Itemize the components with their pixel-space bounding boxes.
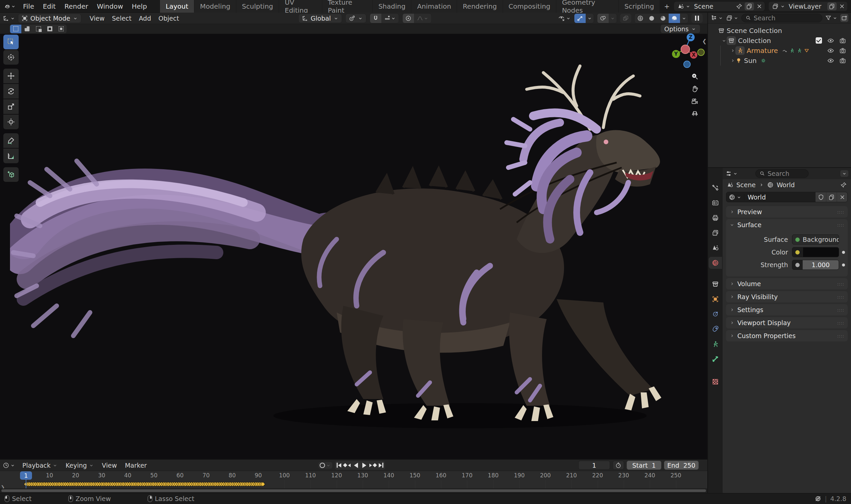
sidebar-collapse-arrow[interactable]: ❮ xyxy=(702,38,707,44)
scene-browse-icon[interactable] xyxy=(676,3,692,10)
tool-annotate[interactable] xyxy=(3,133,19,148)
menu-help[interactable]: Help xyxy=(127,1,151,12)
pause-render-button[interactable] xyxy=(691,14,703,23)
timeline-ruler-area[interactable]: 1020304050607080901001101201301401501601… xyxy=(0,471,707,489)
toggle-eye-icon[interactable] xyxy=(827,37,834,44)
use-preview-range-button[interactable] xyxy=(613,461,624,470)
pin-scene-icon[interactable] xyxy=(736,3,743,10)
tab-object-data[interactable] xyxy=(709,338,722,350)
scene-name[interactable]: Scene xyxy=(694,3,734,10)
snap-target-selector[interactable] xyxy=(381,14,399,23)
outliner-label[interactable]: Sun xyxy=(744,57,757,65)
toggle-camera-icon[interactable] xyxy=(839,57,846,64)
workspace-tab-shading[interactable]: Shading xyxy=(373,0,411,13)
add-workspace-button[interactable]: + xyxy=(660,0,674,13)
editor-type-button[interactable] xyxy=(3,15,15,22)
select-mode-set[interactable] xyxy=(10,25,21,33)
outliner-row-armature[interactable]: Armature xyxy=(709,46,850,56)
panel-header-preview[interactable]: Preview:::: xyxy=(726,206,848,217)
gizmo-axis-z[interactable]: Z xyxy=(687,33,695,41)
breadcrumb-scene[interactable]: Scene xyxy=(736,181,756,188)
outliner-filter-button[interactable] xyxy=(825,15,838,21)
viewport-menu-object[interactable]: Object xyxy=(155,14,183,23)
play-button[interactable] xyxy=(360,461,368,470)
workspace-tab-uv-editing[interactable]: UV Editing xyxy=(279,0,322,13)
scene-selector[interactable]: Scene xyxy=(674,1,765,11)
shading-material-button[interactable] xyxy=(657,14,668,23)
transform-orientation-selector[interactable]: Global xyxy=(298,14,342,23)
tool-cursor[interactable] xyxy=(3,50,19,65)
new-world-button[interactable] xyxy=(826,192,837,202)
tab-physics[interactable] xyxy=(709,308,722,320)
tool-transform[interactable] xyxy=(3,114,19,129)
properties-editor-type-button[interactable] xyxy=(725,170,738,177)
play-reverse-button[interactable] xyxy=(352,461,360,470)
tool-measure[interactable] xyxy=(3,148,19,163)
workspace-tab-texture-paint[interactable]: Texture Paint xyxy=(322,0,373,13)
tool-add-cube[interactable] xyxy=(3,167,19,182)
panel-drag-grip[interactable]: :::: xyxy=(837,334,844,339)
panel-drag-grip[interactable]: :::: xyxy=(837,307,844,312)
outliner-row-sun[interactable]: Sun xyxy=(709,56,850,66)
pivot-point-selector[interactable] xyxy=(345,14,366,23)
tab-collection[interactable] xyxy=(709,278,722,290)
new-collection-button[interactable] xyxy=(840,14,848,22)
auto-keying-toggle[interactable] xyxy=(318,462,332,469)
workspace-tab-animation[interactable]: Animation xyxy=(411,0,457,13)
new-scene-button[interactable] xyxy=(745,2,754,10)
unlink-scene-icon[interactable] xyxy=(756,3,763,10)
tab-object[interactable] xyxy=(709,293,722,305)
timeline-scrollbar[interactable] xyxy=(0,488,707,493)
viewport-menu-add[interactable]: Add xyxy=(135,14,155,23)
viewlayer-selector[interactable]: ViewLayer xyxy=(768,1,848,11)
timeline-menu-playback[interactable]: Playback xyxy=(19,461,61,470)
fake-user-button[interactable] xyxy=(815,192,826,202)
viewport-menu-view[interactable]: View xyxy=(86,14,108,23)
outliner-row-scene-collection[interactable]: Scene Collection xyxy=(709,26,850,36)
unlink-world-button[interactable] xyxy=(837,192,847,202)
xray-toggle[interactable] xyxy=(620,14,631,23)
world-color-swatch[interactable] xyxy=(792,247,839,257)
properties-options-dropdown[interactable] xyxy=(840,170,848,177)
panel-drag-grip[interactable]: :::: xyxy=(837,222,844,228)
workspace-tab-sculpting[interactable]: Sculpting xyxy=(236,0,279,13)
viewlayer-name[interactable]: ViewLayer xyxy=(789,3,825,10)
shading-rendered-button[interactable] xyxy=(668,14,680,23)
gizmo-options-dropdown[interactable] xyxy=(586,14,594,23)
timeline-menu-view[interactable]: View xyxy=(98,461,121,470)
toggle-eye-icon[interactable] xyxy=(827,47,834,54)
proportional-editing-toggle[interactable] xyxy=(403,14,414,23)
surface-shader-field[interactable]: Background xyxy=(792,235,839,245)
tab-texture[interactable] xyxy=(709,376,722,388)
panel-drag-grip[interactable]: :::: xyxy=(837,294,844,300)
viewport-menu-select[interactable]: Select xyxy=(108,14,135,23)
tab-constraints[interactable] xyxy=(709,323,722,335)
expand-down-icon[interactable] xyxy=(721,38,727,43)
tab-scene[interactable] xyxy=(709,242,722,254)
remove-viewlayer-icon[interactable] xyxy=(839,3,845,10)
previous-keyframe-button[interactable] xyxy=(343,461,352,470)
breadcrumb-world[interactable]: World xyxy=(777,181,795,188)
playhead[interactable] xyxy=(26,479,26,489)
panel-header-volume[interactable]: Volume:::: xyxy=(726,278,848,289)
blender-logo-icon[interactable] xyxy=(5,2,16,11)
tab-bone[interactable] xyxy=(709,353,722,365)
panel-header-viewport-display[interactable]: Viewport Display:::: xyxy=(726,317,848,328)
toggle-eye-icon[interactable] xyxy=(827,57,834,64)
panel-header-ray-visibility[interactable]: Ray Visibility:::: xyxy=(726,291,848,303)
outliner-editor-type-button[interactable] xyxy=(711,15,723,21)
tool-select-box[interactable] xyxy=(3,35,19,49)
toggle-camera-icon[interactable] xyxy=(839,47,846,54)
timeline-menu-keying[interactable]: Keying xyxy=(62,461,98,470)
collection-checkbox[interactable] xyxy=(816,37,822,43)
outliner-label[interactable]: Collection xyxy=(738,37,771,44)
shading-options-dropdown[interactable] xyxy=(680,14,688,23)
panel-header-settings[interactable]: Settings:::: xyxy=(726,304,848,316)
panel-header-custom-properties[interactable]: Custom Properties:::: xyxy=(726,330,848,341)
snap-toggle[interactable] xyxy=(370,14,381,23)
overlays-options-dropdown[interactable] xyxy=(609,14,616,23)
timeline-menu-marker[interactable]: Marker xyxy=(121,461,151,470)
tool-scale[interactable] xyxy=(3,99,19,114)
panel-drag-grip[interactable]: :::: xyxy=(837,282,844,287)
viewlayer-browse-icon[interactable] xyxy=(771,3,787,10)
